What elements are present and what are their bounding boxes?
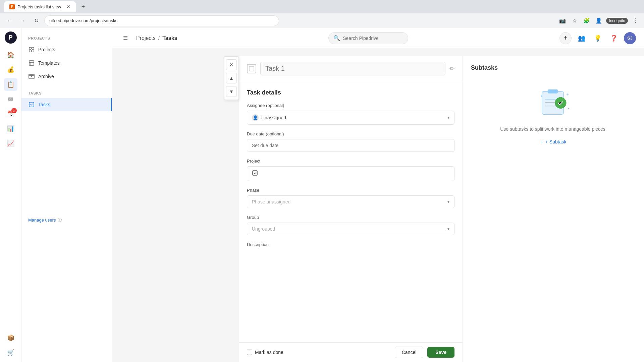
mark-done-wrapper: Mark as done (247, 350, 283, 355)
task-detail-panel: ✏ Task details Assignee (optional) 👤 Una… (239, 56, 644, 362)
sidebar-item-templates[interactable]: Templates (21, 56, 112, 70)
browser-toolbar: ← → ↻ uifeed.pipedrive.com/projects/task… (0, 13, 644, 28)
user-avatar[interactable]: SJ (624, 32, 636, 44)
icon-sidebar: P 🏠 💰 📋 ✉ 📅 3 📊 📈 📦 🛒 (0, 28, 21, 362)
browser-tab[interactable]: P Projects tasks list view ✕ (4, 1, 76, 12)
subtasks-description: Use subtasks to split work into manageab… (500, 126, 607, 132)
bookmark-icon[interactable]: ☆ (570, 16, 579, 25)
sidebar-item-tasks[interactable]: Tasks (21, 98, 112, 111)
save-button[interactable]: Save (427, 347, 454, 358)
sidebar-icon-activities[interactable]: 📅 3 (4, 107, 17, 121)
svg-rect-12 (253, 171, 257, 175)
task-title-input[interactable] (260, 62, 445, 75)
tasks-icon (28, 101, 35, 108)
hamburger-menu[interactable]: ☰ (120, 33, 131, 44)
projects-section-header: PROJECTS (21, 34, 112, 43)
assignee-field: Assignee (optional) 👤 Unassigned ▾ (247, 103, 454, 125)
top-header: ☰ Projects / Tasks 🔍 + 👥 💡 ❓ SJ (112, 28, 644, 48)
sidebar-tasks-label: Tasks (38, 102, 50, 107)
tab-close-button[interactable]: ✕ (66, 4, 70, 9)
phase-value: Phase unassigned (252, 199, 290, 204)
task-complete-checkbox[interactable] (247, 64, 256, 73)
phase-label: Phase (247, 188, 454, 193)
scroll-up-button[interactable]: ▲ (226, 73, 237, 83)
sidebar-icon-email[interactable]: ✉ (4, 93, 17, 106)
phase-select[interactable]: Phase unassigned ▾ (247, 195, 454, 208)
close-panel-button[interactable]: ✕ (226, 59, 237, 70)
group-chevron-icon: ▾ (447, 227, 449, 231)
subtasks-illustration: + ✦ ✦ (533, 86, 574, 120)
forward-button[interactable]: → (17, 15, 28, 26)
sidebar-item-archive[interactable]: Archive (21, 70, 112, 83)
phase-chevron-icon: ▾ (447, 199, 449, 204)
svg-rect-4 (29, 61, 34, 65)
sidebar-icon-reports[interactable]: 📊 (4, 122, 17, 135)
projects-icon (28, 46, 35, 53)
sidebar-item-projects[interactable]: Projects (21, 43, 112, 56)
due-date-input[interactable] (247, 139, 454, 152)
profile-icon[interactable]: 👤 (594, 16, 603, 25)
refresh-button[interactable]: ↻ (31, 15, 42, 26)
svg-rect-3 (32, 50, 34, 52)
group-select[interactable]: Ungrouped ▾ (247, 223, 454, 235)
mark-done-checkbox[interactable] (247, 350, 252, 355)
sidebar-icon-deals[interactable]: 💰 (4, 63, 17, 76)
logo-circle: P (5, 32, 17, 44)
svg-text:+: + (567, 92, 569, 97)
breadcrumb-projects[interactable]: Projects (136, 35, 156, 41)
activity-badge: 3 (11, 108, 17, 113)
sidebar-icon-home[interactable]: 🏠 (4, 48, 17, 62)
back-button[interactable]: ← (4, 15, 15, 26)
group-field: Group Ungrouped ▾ (247, 215, 454, 235)
templates-icon (28, 60, 35, 66)
project-task-icon (252, 170, 258, 177)
mark-done-label[interactable]: Mark as done (255, 350, 283, 355)
contacts-icon[interactable]: 👥 (576, 32, 588, 44)
task-details-heading: Task details (247, 89, 454, 96)
assignee-select[interactable]: 👤 Unassigned ▾ (247, 111, 454, 125)
cancel-button[interactable]: Cancel (395, 347, 424, 358)
bulb-icon[interactable]: 💡 (592, 32, 604, 44)
project-field-wrapper: Project (247, 159, 454, 181)
svg-rect-14 (548, 89, 558, 94)
svg-rect-0 (29, 47, 31, 49)
project-label: Project (247, 159, 454, 164)
due-date-label: Due date (optional) (247, 131, 454, 136)
sidebar-icon-projects[interactable]: 📋 (4, 78, 17, 91)
address-text: uifeed.pipedrive.com/projects/tasks (49, 18, 117, 23)
menu-icon[interactable]: ⋮ (631, 16, 640, 25)
sidebar-icon-analytics[interactable]: 📈 (4, 137, 17, 150)
breadcrumb: Projects / Tasks (136, 35, 177, 41)
task-panel-controls: ✕ ▲ ▼ (224, 56, 239, 100)
add-button[interactable]: + (559, 32, 572, 44)
main-area: ☰ Projects / Tasks 🔍 + 👥 💡 ❓ SJ (112, 28, 644, 362)
tasks-section-header: TASKS (21, 88, 112, 98)
tab-title: Projects tasks list view (17, 4, 61, 9)
svg-rect-1 (32, 47, 34, 49)
manage-users-link[interactable]: Manage users ⓘ (21, 212, 112, 228)
help-icon[interactable]: ❓ (608, 32, 620, 44)
sidebar-icon-products[interactable]: 📦 (4, 331, 17, 345)
due-date-field: Due date (optional) (247, 131, 454, 152)
project-select[interactable] (247, 166, 454, 181)
address-bar[interactable]: uifeed.pipedrive.com/projects/tasks (44, 15, 279, 26)
incognito-badge: Incognito (606, 18, 628, 24)
group-label: Group (247, 215, 454, 220)
scroll-down-button[interactable]: ▼ (226, 86, 237, 97)
sidebar-icon-marketplace[interactable]: 🛒 (4, 346, 17, 359)
group-value: Ungrouped (252, 226, 275, 232)
edit-title-icon[interactable]: ✏ (449, 65, 454, 72)
app-logo[interactable]: P (4, 31, 17, 44)
search-box[interactable]: 🔍 (328, 32, 408, 44)
assignee-chevron-icon: ▾ (447, 115, 449, 120)
subtasks-panel: Subtasks + (463, 56, 644, 362)
archive-icon (28, 73, 35, 80)
sidebar-templates-label: Templates (38, 60, 60, 66)
extension-icon[interactable]: 🧩 (582, 16, 591, 25)
breadcrumb-separator: / (158, 35, 160, 41)
add-subtask-button[interactable]: + + Subtask (537, 137, 571, 146)
new-tab-button[interactable]: + (78, 2, 88, 11)
search-input[interactable] (343, 36, 403, 41)
cast-icon[interactable]: 📷 (558, 16, 567, 25)
task-title-bar: ✏ (239, 56, 463, 81)
